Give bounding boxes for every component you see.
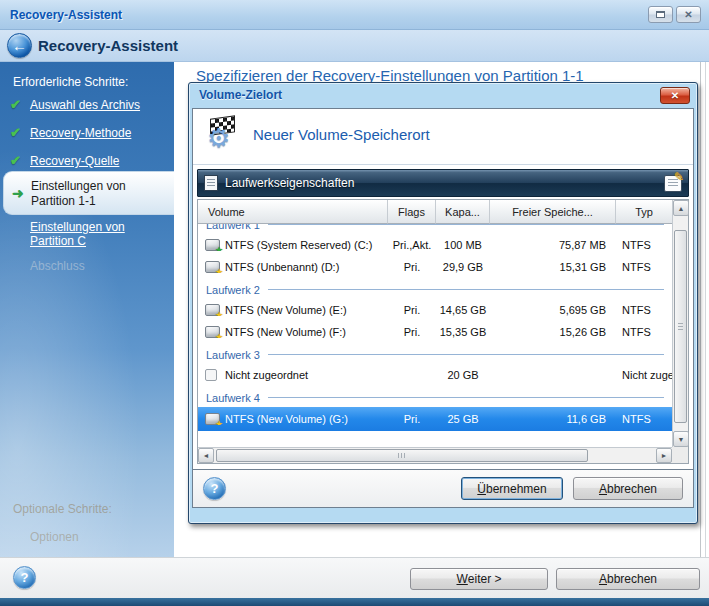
volume-cell: NTFS (New Volume) (G:) (198, 413, 388, 425)
optional-steps-header: Optionale Schritte: (13, 502, 112, 516)
step-label[interactable]: Auswahl des Archivs (30, 98, 166, 112)
volume-row[interactable]: NTFS (New Volume) (E:)Pri.14,65 GB5,695 … (198, 299, 672, 321)
back-button[interactable]: ← (7, 33, 32, 58)
volume-row[interactable]: NTFS (New Volume) (G:)Pri.25 GB11,6 GBNT… (198, 407, 672, 431)
edit-properties-icon[interactable] (664, 175, 682, 192)
maximize-icon (656, 11, 665, 18)
triangle-left-icon: ◄ (203, 452, 210, 459)
volume-row[interactable]: Nicht zugeordnet20 GBNicht zugeordnet (198, 364, 672, 386)
vertical-scroll-thumb[interactable] (674, 230, 687, 423)
volume-type: NTFS (616, 326, 672, 338)
divider (268, 224, 664, 225)
dialog-close-button[interactable]: ✕ (660, 87, 690, 104)
disk-group-row: Laufwerk 3 (198, 345, 672, 364)
wizard-header: ← Recovery-Assistent (0, 30, 709, 62)
triangle-up-icon: ▲ (678, 205, 685, 212)
horizontal-scroll-track[interactable] (214, 448, 656, 463)
cancel-button[interactable]: Abbrechen (556, 568, 700, 590)
window-bottom-strip (0, 598, 709, 606)
partition-yellow-star-icon (205, 413, 220, 425)
volume-capacity: 100 MB (436, 239, 490, 251)
volume-free: 75,87 MB (490, 239, 616, 251)
volume-free: 5,695 GB (490, 304, 616, 316)
volume-capacity: 20 GB (436, 369, 490, 381)
scroll-right-button[interactable]: ► (656, 448, 672, 463)
close-icon: ✕ (684, 10, 692, 20)
current-step-arrow-icon: ➜ (12, 185, 24, 201)
volume-type: Nicht zugeordnet (616, 369, 672, 381)
check-icon: ✔ (10, 153, 21, 168)
volume-type: NTFS (616, 239, 672, 251)
dialog-cancel-button[interactable]: Abbrechen (573, 477, 683, 500)
partition-yellow-star-icon (205, 304, 220, 316)
gear-icon: ⚙ (207, 125, 230, 151)
volume-name: Nicht zugeordnet (225, 369, 308, 381)
partition-yellow-star-icon (205, 261, 220, 273)
disk-group-row: Laufwerk 4 (198, 388, 672, 407)
volume-list: Laufwerk 1NTFS (System Reserved) (C:)Pri… (198, 224, 672, 447)
column-header-free-space[interactable]: Freier Speiche... (490, 200, 616, 224)
wizard-title: Recovery-Assistent (38, 37, 178, 54)
volume-flags: Pri. (388, 304, 436, 316)
horizontal-scroll-thumb[interactable] (216, 449, 588, 462)
disk-group-label: Laufwerk 3 (206, 349, 260, 361)
step-label: Abschluss (30, 259, 166, 273)
scroll-up-button[interactable]: ▲ (673, 200, 689, 216)
column-header-flags[interactable]: Flags (388, 200, 436, 224)
volume-row[interactable]: NTFS (Unbenannt) (D:)Pri.29,9 GB15,31 GB… (198, 256, 672, 278)
volume-type: NTFS (616, 413, 672, 425)
partition-green-star-icon (205, 239, 220, 251)
disk-group-label: Laufwerk 1 (206, 224, 260, 231)
column-header-type[interactable]: Typ (616, 200, 672, 224)
step-label[interactable]: Einstellungen von Partition C (30, 220, 166, 248)
volume-name: NTFS (New Volume) (E:) (225, 304, 347, 316)
volume-cell: NTFS (System Reserved) (C:) (198, 239, 388, 251)
volume-cell: NTFS (New Volume) (F:) (198, 326, 388, 338)
volume-capacity: 15,35 GB (436, 326, 490, 338)
dialog-body: ⚙ Neuer Volume-Speicherort Laufwerkseige… (192, 108, 694, 470)
volume-name: NTFS (System Reserved) (C:) (225, 239, 372, 251)
apply-button[interactable]: Übernehmen (461, 477, 563, 500)
wizard-footer: ? Weiter > Abbrechen (0, 557, 709, 598)
volume-cell: NTFS (New Volume) (E:) (198, 304, 388, 316)
next-button[interactable]: Weiter > (410, 568, 548, 590)
step-label[interactable]: Recovery-Quelle (30, 154, 166, 168)
close-icon: ✕ (671, 90, 679, 101)
vertical-scrollbar[interactable]: ▲ ▼ (672, 200, 688, 447)
window-close-button[interactable]: ✕ (676, 6, 701, 23)
divider (268, 354, 664, 355)
required-steps-header: Erforderliche Schritte: (13, 75, 128, 89)
column-header-capacity[interactable]: Kapa... (436, 200, 490, 224)
step-label[interactable]: Recovery-Methode (30, 126, 166, 140)
partition-unallocated-icon (205, 369, 217, 381)
disk-group-label: Laufwerk 4 (206, 392, 260, 404)
help-button[interactable]: ? (13, 566, 36, 589)
volume-name: NTFS (New Volume) (G:) (225, 413, 348, 425)
vertical-scroll-track[interactable] (673, 216, 688, 431)
scroll-down-button[interactable]: ▼ (673, 431, 689, 447)
help-button[interactable]: ? (203, 477, 226, 500)
volume-row[interactable]: NTFS (System Reserved) (C:)Pri.,Akt.100 … (198, 234, 672, 256)
table-header: Volume Flags Kapa... Freier Speiche... T… (198, 200, 672, 224)
volume-flags: Pri. (388, 413, 436, 425)
volume-flags: Pri. (388, 326, 436, 338)
maximize-button[interactable] (648, 6, 673, 23)
volume-name: NTFS (New Volume) (F:) (225, 326, 346, 338)
volume-row[interactable]: NTFS (New Volume) (F:)Pri.15,35 GB15,26 … (198, 321, 672, 343)
question-mark-icon: ? (21, 570, 29, 585)
horizontal-scrollbar[interactable]: ◄ ► (198, 447, 672, 463)
steps-sidebar: Erforderliche Schritte: ✔ Auswahl des Ar… (0, 62, 174, 557)
disk-group-label: Laufwerk 2 (206, 284, 260, 296)
volume-zielort-dialog: Volume-Zielort ✕ ⚙ Neuer Volume-Speicher… (188, 82, 698, 524)
scroll-left-button[interactable]: ◄ (198, 448, 214, 463)
sidebar-item-einstellungen-partition-1-1: ➜ Einstellungen von Partition 1-1 (3, 171, 174, 215)
volume-capacity: 25 GB (436, 413, 490, 425)
disk-group-row: Laufwerk 2 (198, 280, 672, 299)
triangle-right-icon: ► (661, 452, 668, 459)
column-header-volume[interactable]: Volume (198, 200, 388, 224)
volume-capacity: 29,9 GB (436, 261, 490, 273)
arrow-left-icon: ← (12, 37, 27, 54)
volume-free: 15,26 GB (490, 326, 616, 338)
divider (700, 62, 701, 557)
current-step-label: Einstellungen von Partition 1-1 (31, 179, 169, 209)
